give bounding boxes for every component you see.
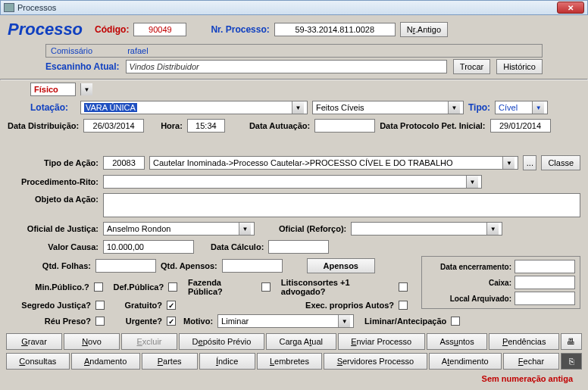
reu-label: Réu Preso? xyxy=(8,317,91,326)
apensos-button[interactable]: Apensos xyxy=(307,258,375,273)
button-bar-1: Gravar Novo Excluir Depósito Prévio Carg… xyxy=(0,330,588,353)
feitos-combo[interactable]: Feitos Cíveis ▼ xyxy=(312,101,464,114)
dataaut-label: Data Autuação: xyxy=(249,121,310,130)
urgente-check[interactable]: ✓ xyxy=(167,317,176,326)
window-title: Processos xyxy=(17,3,56,12)
feitos-dropdown[interactable]: ▼ xyxy=(448,101,460,114)
nrproc-label: Nr. Processo: xyxy=(211,24,269,35)
check-row-3: Réu Preso? Urgente? ✓ Motivo: Liminar ▼ … xyxy=(0,312,588,330)
valor-field[interactable]: 10.000,00 xyxy=(103,240,194,254)
tipo-label: Tipo: xyxy=(468,102,490,113)
procrito-combo[interactable]: ▼ xyxy=(103,175,482,189)
window-icon xyxy=(4,3,14,12)
reforco-combo[interactable]: ▼ xyxy=(351,222,502,236)
tipoacao-codigo[interactable]: 20083 xyxy=(103,156,145,170)
litis-check[interactable] xyxy=(399,282,408,292)
classe-button[interactable]: Classe xyxy=(541,155,580,170)
defpub-label: Def.Pública? xyxy=(114,282,164,292)
oficial-row: Oficial de Justiça: Anselmo Rondon ▼ Ofi… xyxy=(0,220,588,238)
caixa-field[interactable] xyxy=(514,276,575,289)
liminar-label: Liminar/Antecipação xyxy=(364,317,446,326)
apensos-label: Qtd. Apensos: xyxy=(161,261,217,270)
liminar-check[interactable] xyxy=(451,317,460,326)
pendencias-button[interactable]: Pendências xyxy=(489,333,559,350)
defpub-check[interactable] xyxy=(168,282,177,292)
tipoacao-browse[interactable]: ... xyxy=(523,155,536,170)
button-bar-2: Consultas Andamento Partes Índice Lembre… xyxy=(0,353,588,373)
print-button[interactable]: 🖶 xyxy=(561,333,582,350)
minpub-check[interactable] xyxy=(94,282,103,292)
nrantigo-button[interactable]: Nr.Antigo xyxy=(400,22,448,37)
enviar-button[interactable]: Enviar Processo xyxy=(338,333,425,350)
printer-icon: 🖶 xyxy=(567,337,575,346)
gratuito-check[interactable]: ✓ xyxy=(167,301,176,310)
lotacao-row: Lotação: VARA ÚNICA ▼ Feitos Cíveis ▼ Ti… xyxy=(0,98,588,117)
historico-button[interactable]: Histórico xyxy=(496,59,543,74)
lotacao-dropdown[interactable]: ▼ xyxy=(292,101,304,114)
servidores-button[interactable]: Servidores Processo xyxy=(324,353,427,370)
reu-check[interactable] xyxy=(95,317,105,326)
objeto-label: Objeto da Ação: xyxy=(8,193,99,204)
escaninho-label: Escaninho Atual: xyxy=(45,61,120,72)
carga-button[interactable]: Carga Atual xyxy=(266,333,336,350)
minpub-label: Min.Público.? xyxy=(8,282,89,292)
gravar-button[interactable]: Gravar xyxy=(6,333,62,350)
motivo-combo[interactable]: Liminar ▼ xyxy=(217,314,354,328)
oficial-dropdown[interactable]: ▼ xyxy=(239,223,251,235)
hora-field[interactable]: 15:34 xyxy=(187,119,225,133)
tipo-combo[interactable]: Cível ▼ xyxy=(495,101,548,114)
fisico-dropdown[interactable]: ▼ xyxy=(80,83,92,95)
nrproc-field[interactable]: 59-33.2014.811.0028 xyxy=(274,23,396,36)
comissario-box: Comissário rafael xyxy=(45,44,543,58)
fechar-button[interactable]: Fechar xyxy=(503,353,559,370)
motivo-dropdown[interactable]: ▼ xyxy=(338,315,350,327)
fisico-combo[interactable]: Físico xyxy=(30,83,76,96)
local-field[interactable] xyxy=(514,292,575,305)
procrito-dropdown[interactable]: ▼ xyxy=(466,176,478,188)
partes-button[interactable]: Partes xyxy=(142,353,198,370)
dataprot-label: Data Protocolo Pet. Inicial: xyxy=(380,121,485,130)
exit-button[interactable]: ⎘ xyxy=(561,353,582,370)
indice-button[interactable]: Índice xyxy=(199,353,255,370)
segredo-check[interactable] xyxy=(95,301,105,310)
dataaut-field[interactable] xyxy=(314,119,375,133)
codigo-field[interactable]: 90049 xyxy=(133,23,186,36)
folhas-field[interactable] xyxy=(95,259,156,273)
datadist-field[interactable]: 26/03/2014 xyxy=(83,119,144,133)
trocar-button[interactable]: Trocar xyxy=(453,59,490,74)
apensos-field[interactable] xyxy=(222,259,283,273)
objeto-field[interactable] xyxy=(103,193,580,217)
oficial-combo[interactable]: Anselmo Rondon ▼ xyxy=(103,222,255,236)
excluir-button[interactable]: Excluir xyxy=(121,333,177,350)
lembretes-button[interactable]: Lembretes xyxy=(257,353,323,370)
novo-button[interactable]: Novo xyxy=(64,333,120,350)
execprop-check[interactable] xyxy=(399,301,408,310)
deposito-button[interactable]: Depósito Prévio xyxy=(179,333,264,350)
atendimento-button[interactable]: Atendimento xyxy=(429,353,502,370)
valor-label: Valor Causa: xyxy=(8,242,99,251)
assuntos-button[interactable]: Assuntos xyxy=(427,333,487,350)
litis-label: Litisconsortes +1 advogado? xyxy=(281,278,394,296)
tipo-dropdown[interactable]: ▼ xyxy=(532,101,544,114)
dataenc-field[interactable] xyxy=(514,260,575,273)
comissario-label: Comissário xyxy=(51,46,92,55)
lotacao-combo[interactable]: VARA ÚNICA ▼ xyxy=(80,101,308,114)
folhas-label: Qtd. Folhas: xyxy=(8,261,91,270)
reforco-dropdown[interactable]: ▼ xyxy=(486,223,499,235)
datacalc-label: Data Cálculo: xyxy=(211,242,264,251)
consultas-button[interactable]: Consultas xyxy=(6,353,70,370)
objeto-row: Objeto da Ação: xyxy=(0,191,588,220)
motivo-label: Motivo: xyxy=(183,317,213,326)
datacalc-field[interactable] xyxy=(268,240,329,254)
dataprot-field[interactable]: 29/01/2014 xyxy=(490,119,551,133)
escaninho-field[interactable]: Vindos Distribuidor xyxy=(126,60,447,73)
andamento-button[interactable]: Andamento xyxy=(71,353,140,370)
tipoacao-desc[interactable]: Cautelar Inominada->Processo Cautelar->P… xyxy=(149,156,518,170)
reforco-label: Oficial (Reforço): xyxy=(279,224,346,233)
exit-icon: ⎘ xyxy=(569,357,574,366)
tipoacao-dropdown[interactable]: ▼ xyxy=(502,157,514,169)
fazpub-check[interactable] xyxy=(261,282,271,292)
comissario-name: rafael xyxy=(127,46,149,55)
close-button[interactable]: ✕ xyxy=(557,2,584,14)
header-row: Processo Código: 90049 Nr. Processo: 59-… xyxy=(0,15,588,42)
